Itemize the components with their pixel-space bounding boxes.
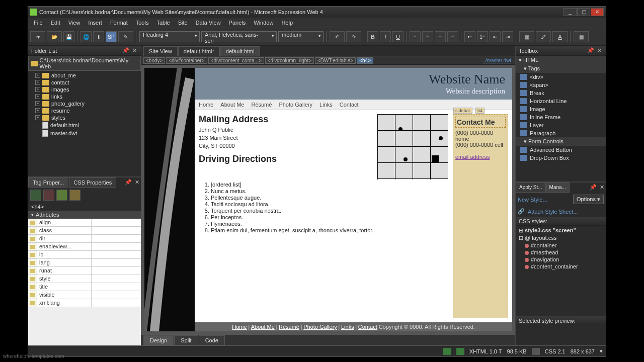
events-icon[interactable] — [69, 190, 80, 201]
tab-css-properties[interactable]: CSS Properties — [69, 177, 116, 188]
justify-button[interactable]: ≡ — [447, 31, 458, 42]
panel-close-icon[interactable]: ✕ — [596, 47, 603, 54]
list-item[interactable]: Per inceptos. — [211, 214, 448, 220]
view-code[interactable]: Code — [199, 335, 225, 345]
phone-home[interactable]: (000) 000-0000 home — [455, 130, 506, 142]
footer-link[interactable]: About Me — [251, 324, 275, 330]
attr-name[interactable]: enableview... — [37, 243, 92, 250]
toolbox-item[interactable]: Drop-Down Box — [516, 154, 606, 162]
attr-name[interactable]: class — [37, 227, 92, 234]
css-rule[interactable]: #content_container — [531, 263, 578, 269]
toolbox-item[interactable]: Layer — [516, 121, 606, 129]
filter-icon[interactable] — [43, 190, 54, 201]
nav-links[interactable]: Links — [319, 102, 333, 108]
visual-aids-icon[interactable] — [443, 348, 451, 355]
maximize-button[interactable]: ▢ — [577, 8, 590, 16]
undo-button[interactable]: ↶ — [330, 31, 345, 42]
footer-link[interactable]: Links — [341, 324, 354, 330]
bc-container[interactable]: <div#container> — [166, 57, 207, 64]
panel-close-icon[interactable]: ✕ — [133, 177, 141, 188]
menu-panels[interactable]: Panels — [225, 19, 250, 27]
nav-about[interactable]: About Me — [220, 102, 244, 108]
list-item[interactable]: Pellentesque augue. — [211, 195, 448, 201]
compat-icon[interactable] — [532, 348, 540, 355]
attr-name[interactable]: dir — [37, 235, 92, 242]
attr-name[interactable]: id — [37, 251, 92, 258]
directions-heading[interactable]: Driving Directions — [199, 154, 371, 164]
menu-file[interactable]: File — [30, 19, 46, 27]
toolbox-item[interactable]: <div> — [516, 73, 606, 81]
nav-home[interactable]: Home — [199, 102, 213, 108]
size-combo[interactable]: medium — [278, 31, 324, 42]
tree-item[interactable]: links — [51, 94, 62, 100]
status-css[interactable]: CSS 2.1 — [545, 348, 566, 354]
bc-content[interactable]: <div#content_conta...> — [208, 57, 264, 64]
open-button[interactable]: 📂 — [47, 31, 62, 42]
highlight-button[interactable]: 🖍 — [536, 31, 551, 42]
toolbox-item[interactable]: <span> — [516, 81, 606, 89]
toolbox-item[interactable]: Horizontal Line — [516, 97, 606, 105]
align-right-button[interactable]: ≡ — [435, 31, 446, 42]
menu-insert[interactable]: Insert — [85, 19, 106, 27]
site-name[interactable]: Website Name — [202, 72, 505, 87]
tree-item[interactable]: default.html — [50, 122, 79, 128]
css-rule[interactable]: #masthead — [531, 249, 558, 255]
panel-close-icon[interactable]: ✕ — [598, 183, 606, 193]
pin-icon[interactable]: 📌 — [588, 183, 598, 193]
toolbox-item[interactable]: Break — [516, 89, 606, 97]
attr-name[interactable]: runat — [37, 267, 92, 275]
expand-icon[interactable]: + — [35, 94, 40, 99]
italic-button[interactable]: I — [380, 31, 391, 42]
menu-format[interactable]: Format — [107, 19, 131, 27]
footer-link[interactable]: Photo Gallery — [303, 324, 337, 330]
list-item[interactable]: Torquent per conubia nostra. — [211, 208, 448, 214]
tree-item[interactable]: styles — [51, 115, 65, 121]
sidebar-editable[interactable]: sidebar h4 Contact Me (000) 000-0000 hom… — [453, 114, 508, 318]
tab-default[interactable]: default.html — [220, 46, 260, 56]
expand-icon[interactable]: + — [35, 101, 40, 106]
sort-icon[interactable] — [30, 190, 41, 201]
bold-button[interactable]: B — [367, 31, 378, 42]
master-link[interactable]: ../master.dwt — [482, 58, 513, 63]
attach-stylesheet-link[interactable]: Attach Style Sheet... — [528, 209, 578, 215]
design-canvas[interactable]: Website Name Website description Home Ab… — [144, 68, 512, 331]
status-doctype[interactable]: XHTML 1.0 T — [469, 348, 502, 354]
menu-table[interactable]: Table — [153, 19, 173, 27]
footer-link[interactable]: Home — [232, 324, 247, 330]
attr-name[interactable]: xml:lang — [37, 299, 92, 307]
addr-line[interactable]: City, ST 00000 — [199, 143, 371, 149]
panel-close-icon[interactable]: ✕ — [131, 47, 138, 54]
sidebar-heading[interactable]: Contact Me — [455, 117, 506, 128]
bc-dwt[interactable]: <DWT:editable> — [315, 57, 356, 64]
tab-apply-styles[interactable]: Apply St... — [516, 183, 546, 193]
align-left-button[interactable]: ≡ — [410, 31, 421, 42]
outdent-button[interactable]: ⇤ — [490, 31, 501, 42]
menu-site[interactable]: Site — [175, 19, 191, 27]
tab-site-view[interactable]: Site View — [143, 46, 178, 56]
directions-list[interactable]: [ordered list] Nunc a metus. Pellentesqu… — [211, 182, 448, 233]
site-description[interactable]: Website description — [202, 87, 505, 96]
footer-link[interactable]: Contact — [358, 324, 377, 330]
toolbox-item[interactable]: Paragraph — [516, 129, 606, 137]
minimize-button[interactable]: _ — [564, 8, 577, 16]
attr-section[interactable]: Attributes — [36, 212, 59, 218]
attr-name[interactable]: align — [37, 219, 92, 226]
pin-icon[interactable]: 📌 — [123, 177, 133, 188]
tree-item[interactable]: photo_gallery — [51, 101, 85, 107]
expand-icon[interactable]: + — [35, 115, 40, 120]
expand-icon[interactable]: + — [35, 73, 40, 78]
tab-tag-properties[interactable]: Tag Proper... — [28, 177, 68, 188]
list-item[interactable]: Taciti sociosqu ad litora. — [211, 201, 448, 207]
footer-link[interactable]: Résumé — [279, 324, 299, 330]
toolbox-item[interactable]: Image — [516, 105, 606, 113]
menu-tools[interactable]: Tools — [132, 19, 152, 27]
snapshot-button[interactable]: ✎ — [118, 31, 133, 42]
menu-dataview[interactable]: Data View — [192, 19, 224, 27]
bc-body[interactable]: <body> — [143, 57, 165, 64]
css-rules-list[interactable]: ⊞ style3.css "screen" ⊟ @ layout.css #co… — [516, 226, 606, 316]
tree-item[interactable]: about_me — [51, 72, 76, 78]
save-button[interactable]: 💾 — [63, 31, 74, 42]
expand-icon[interactable]: + — [35, 108, 40, 113]
folder-tree[interactable]: +about_me +contact +images +links +photo… — [28, 71, 141, 176]
bc-h4[interactable]: <h4> — [357, 57, 373, 64]
